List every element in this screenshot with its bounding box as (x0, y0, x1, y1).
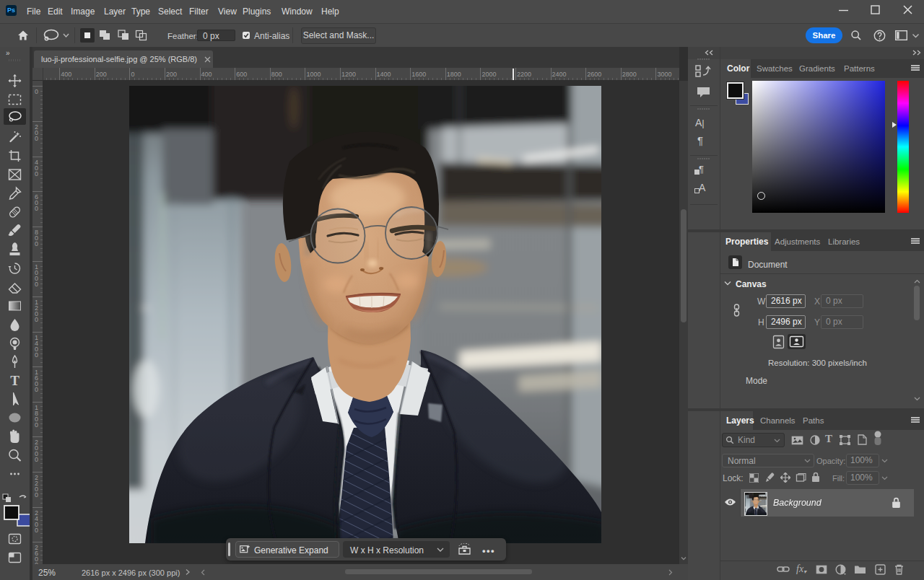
svg-text:T: T (10, 373, 19, 388)
